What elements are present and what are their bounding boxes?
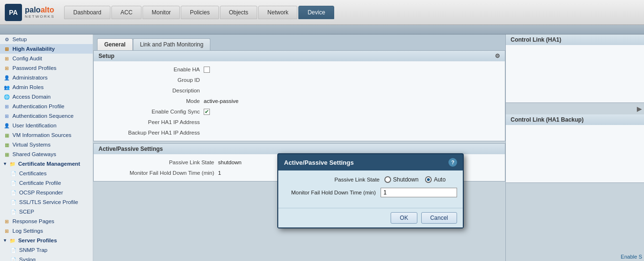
radio-auto-btn[interactable]	[425, 176, 432, 183]
modal-overlay: Active/Passive Settings ? Passive Link S…	[0, 0, 644, 261]
modal-row-monitor-fail: Monitor Fail Hold Down Time (min)	[284, 188, 457, 197]
radio-shutdown-btn[interactable]	[384, 176, 391, 183]
modal-cancel-button[interactable]: Cancel	[421, 212, 457, 224]
modal-monitor-fail-label: Monitor Fail Hold Down Time (min)	[284, 190, 381, 195]
radio-auto[interactable]: Auto	[425, 176, 446, 183]
modal-title: Active/Passive Settings	[284, 159, 354, 166]
radio-auto-label: Auto	[434, 176, 446, 183]
modal-help-button[interactable]: ?	[448, 158, 457, 167]
modal-row-passive-link-state: Passive Link State Shutdown Auto	[284, 176, 457, 183]
modal-ok-button[interactable]: OK	[391, 212, 417, 224]
radio-shutdown[interactable]: Shutdown	[384, 176, 418, 183]
monitor-fail-input[interactable]	[381, 188, 457, 197]
modal-footer: OK Cancel	[278, 208, 463, 227]
modal-body: Passive Link State Shutdown Auto Monitor…	[278, 170, 463, 208]
radio-shutdown-label: Shutdown	[393, 176, 418, 183]
active-passive-settings-modal: Active/Passive Settings ? Passive Link S…	[277, 153, 464, 228]
modal-header: Active/Passive Settings ?	[278, 154, 463, 170]
modal-passive-link-state-label: Passive Link State	[284, 177, 384, 182]
modal-radio-group: Shutdown Auto	[384, 176, 446, 183]
